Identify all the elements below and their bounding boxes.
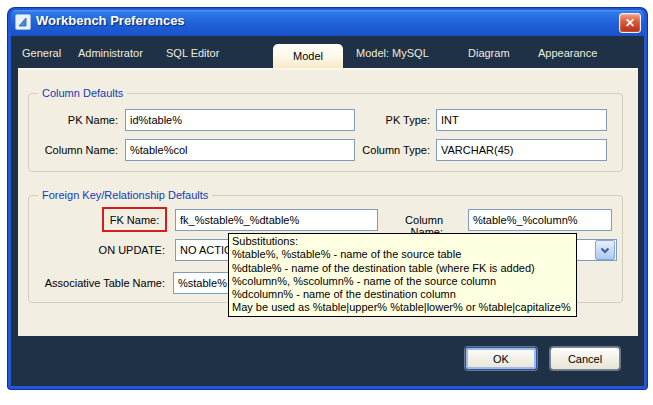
column-type-input[interactable]	[436, 139, 607, 161]
pk-name-input[interactable]	[125, 109, 355, 131]
cancel-button-label: Cancel	[568, 353, 602, 365]
close-button[interactable]: ✕	[619, 13, 641, 33]
tab-diagram[interactable]: Diagram	[468, 47, 510, 59]
pk-name-label: PK Name:	[40, 114, 118, 126]
column-defaults-title: Column Defaults	[38, 87, 127, 99]
substitutions-tooltip: Substitutions: %table%, %stable% - name …	[228, 233, 577, 317]
tooltip-line: %table%, %stable% - name of the source t…	[232, 248, 571, 261]
fk-name-highlight: FK Name:	[102, 207, 167, 232]
tab-general[interactable]: General	[22, 47, 61, 59]
ok-button-label: OK	[493, 353, 509, 365]
fk-column-name-input[interactable]	[468, 209, 612, 231]
tab-sql-editor[interactable]: SQL Editor	[166, 47, 219, 59]
assoc-table-name-label: Associative Table Name:	[38, 277, 165, 289]
column-name-input[interactable]	[125, 139, 355, 161]
tooltip-line: %column%, %scolumn% - name of the source…	[232, 275, 571, 288]
workbench-logo-icon	[17, 16, 29, 28]
tab-model[interactable]: Model	[273, 44, 343, 68]
tooltip-line: May be used as %table|upper% %table|lowe…	[232, 301, 571, 314]
fk-defaults-title: Foreign Key/Relationship Defaults	[38, 189, 212, 201]
pk-type-input[interactable]	[436, 109, 607, 131]
tab-appearance[interactable]: Appearance	[538, 47, 597, 59]
close-icon: ✕	[625, 16, 635, 30]
fk-name-input[interactable]	[175, 209, 378, 231]
ok-button[interactable]: OK	[465, 347, 537, 370]
pk-type-label: PK Type:	[366, 114, 430, 126]
tooltip-line: %dcolumn% - name of the destination colu…	[232, 288, 571, 301]
on-update-label: ON UPDATE:	[85, 244, 165, 256]
tab-model-label: Model	[293, 50, 323, 62]
column-name-label: Column Name:	[40, 144, 118, 156]
app-icon	[15, 14, 31, 30]
column-type-label: Column Type:	[356, 144, 430, 156]
tab-model-mysql[interactable]: Model: MySQL	[356, 47, 429, 59]
fk-name-label: FK Name:	[110, 214, 160, 226]
tooltip-line: %dtable% - name of the destination table…	[232, 262, 571, 275]
tab-administrator[interactable]: Administrator	[78, 47, 143, 59]
workbench-preferences-dialog: Workbench Preferences ✕ General Administ…	[0, 0, 653, 405]
tooltip-line: Substitutions:	[232, 235, 571, 248]
chevron-down-icon[interactable]	[595, 240, 615, 260]
cancel-button[interactable]: Cancel	[550, 347, 620, 370]
window-title: Workbench Preferences	[36, 13, 185, 28]
